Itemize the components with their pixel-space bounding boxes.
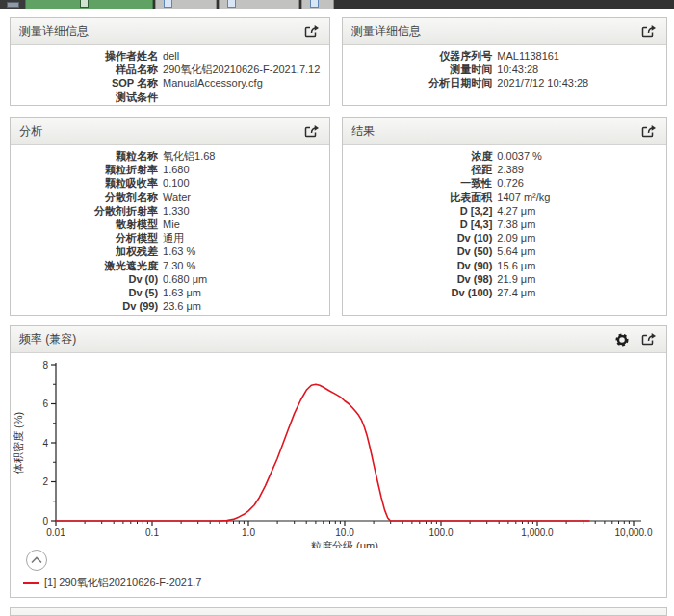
panel-title: 测量详细信息	[351, 23, 640, 39]
window-tab[interactable]	[155, 0, 217, 9]
field-value: 4.27 μm	[497, 204, 661, 218]
field-value: 2.389	[497, 163, 661, 176]
detail-row: Dv (99)23.6 μm	[20, 299, 320, 313]
frequency-chart: 0.010.11.010.0100.01,000.010,000.002468粒…	[11, 355, 665, 548]
window-tab[interactable]	[301, 0, 334, 9]
detail-row: 加权残差1.63 %	[20, 244, 320, 258]
window-tab[interactable]	[219, 0, 299, 9]
svg-text:1.0: 1.0	[242, 527, 255, 538]
field-label: 测量时间	[352, 63, 492, 76]
svg-text:粒度分级 (μm): 粒度分级 (μm)	[310, 540, 378, 548]
window-menu-button[interactable]	[0, 0, 25, 9]
field-label: 颗粒吸收率	[20, 176, 158, 190]
export-icon[interactable]	[303, 124, 321, 140]
export-icon[interactable]	[303, 24, 321, 39]
detail-row: Dv (100)27.4 μm	[352, 286, 657, 299]
panel-header	[11, 608, 666, 616]
field-value: 1.63 μm	[163, 286, 324, 299]
detail-row: 测量时间10:43:28	[352, 63, 657, 76]
window-icon	[7, 2, 19, 8]
panel-next-clipped	[10, 607, 667, 616]
field-label: 加权残差	[20, 244, 158, 258]
field-label: 浓度	[352, 149, 492, 163]
field-label: 分析日期时间	[352, 76, 492, 90]
tabstrip	[0, 0, 334, 9]
detail-row: Dv (90)15.6 μm	[352, 259, 657, 272]
document-icon	[227, 0, 236, 8]
svg-text:100.0: 100.0	[428, 527, 453, 538]
field-label: Dv (99)	[20, 299, 158, 313]
detail-row: 样品名称290氧化铝20210626-F-2021.7.12	[20, 63, 320, 76]
field-label: D [3,2]	[352, 204, 492, 218]
svg-text:体积密度 (%): 体积密度 (%)	[13, 412, 24, 475]
gear-icon[interactable]	[613, 332, 631, 347]
field-label: 操作者姓名	[20, 49, 158, 63]
field-label: Dv (90)	[352, 259, 492, 272]
panel-header: 测量详细信息	[343, 18, 666, 45]
export-icon[interactable]	[640, 332, 658, 347]
document-icon	[80, 0, 89, 8]
panel-header: 分析	[11, 118, 329, 145]
field-value: 0.726	[497, 176, 661, 190]
svg-text:8: 8	[42, 360, 48, 371]
legend-line-swatch	[23, 582, 39, 584]
detail-row: Dv (0)0.680 μm	[20, 272, 320, 286]
field-value: 1.63 %	[163, 244, 324, 258]
field-value: 5.64 μm	[497, 244, 661, 258]
field-value: 27.4 μm	[497, 286, 661, 299]
field-label: Dv (10)	[352, 231, 492, 244]
detail-row: 激光遮光度7.30 %	[20, 259, 320, 272]
chart-body: 0.010.11.010.0100.01,000.010,000.002468粒…	[11, 353, 666, 590]
field-value: 通用	[163, 231, 324, 244]
legend-item[interactable]: [1] 290氧化铝20210626-F-2021.7	[23, 576, 666, 590]
field-label: Dv (50)	[352, 244, 492, 258]
field-value: 2.09 μm	[497, 231, 661, 244]
svg-text:0.01: 0.01	[46, 527, 65, 538]
detail-row: 径距2.389	[352, 163, 657, 176]
top-panel-row: 测量详细信息 操作者姓名dell样品名称290氧化铝20210626-F-202…	[10, 17, 667, 106]
panel-body: 仪器序列号MAL1138161测量时间10:43:28分析日期时间2021/7/…	[343, 45, 666, 94]
field-label: Dv (5)	[20, 286, 158, 299]
panel-analysis: 分析 颗粒名称氧化铝1.68颗粒折射率1.680颗粒吸收率0.100分散剂名称W…	[10, 117, 330, 316]
field-label: 颗粒名称	[20, 149, 158, 163]
detail-row: D [3,2]4.27 μm	[352, 204, 657, 218]
svg-text:0.1: 0.1	[145, 527, 159, 538]
field-value: ManualAccessory.cfg	[163, 76, 324, 90]
detail-row: Dv (5)1.63 μm	[20, 286, 320, 299]
middle-panel-row: 分析 颗粒名称氧化铝1.68颗粒折射率1.680颗粒吸收率0.100分散剂名称W…	[10, 117, 667, 316]
panel-body: 浓度0.0037 %径距2.389一致性0.726比表面积1407 m²/kgD…	[343, 145, 666, 303]
report-page: 测量详细信息 操作者姓名dell样品名称290氧化铝20210626-F-202…	[0, 9, 674, 616]
panel-measurement-details-right: 测量详细信息 仪器序列号MAL1138161测量时间10:43:28分析日期时间…	[342, 17, 667, 106]
document-icon	[164, 0, 172, 8]
field-value: Mie	[163, 218, 324, 231]
field-value: 1407 m²/kg	[497, 191, 661, 204]
field-label: SOP 名称	[20, 76, 158, 90]
field-value: 氧化铝1.68	[163, 149, 324, 163]
field-label: 分散剂名称	[20, 191, 158, 204]
detail-row: Dv (10)2.09 μm	[352, 231, 657, 244]
field-label: 测试条件	[20, 90, 158, 104]
detail-row: Dv (98)21.9 μm	[352, 272, 657, 286]
export-icon[interactable]	[640, 124, 658, 140]
panel-measurement-details-left: 测量详细信息 操作者姓名dell样品名称290氧化铝20210626-F-202…	[10, 17, 330, 106]
detail-row: 颗粒名称氧化铝1.68	[20, 149, 320, 163]
field-label: 激光遮光度	[20, 259, 158, 272]
panel-header: 结果	[343, 118, 666, 145]
panel-title: 结果	[351, 123, 640, 140]
field-value: 10:43:28	[497, 63, 661, 76]
export-icon[interactable]	[640, 24, 658, 39]
detail-row: 浓度0.0037 %	[352, 149, 657, 163]
field-value: 0.100	[163, 176, 324, 190]
panel-body: 操作者姓名dell样品名称290氧化铝20210626-F-2021.7.12S…	[11, 45, 329, 106]
legend-label: [1] 290氧化铝20210626-F-2021.7	[44, 576, 201, 590]
panel-header: 频率 (兼容)	[11, 326, 666, 353]
field-value: Water	[163, 191, 324, 204]
field-value	[163, 90, 324, 104]
svg-text:2: 2	[42, 476, 48, 487]
legend-collapse-button[interactable]	[26, 550, 47, 571]
detail-row: 仪器序列号MAL1138161	[352, 49, 657, 63]
tab-active[interactable]	[25, 0, 153, 9]
svg-text:10.0: 10.0	[335, 527, 354, 538]
detail-row: 一致性0.726	[352, 176, 657, 190]
field-label: Dv (100)	[352, 286, 492, 299]
